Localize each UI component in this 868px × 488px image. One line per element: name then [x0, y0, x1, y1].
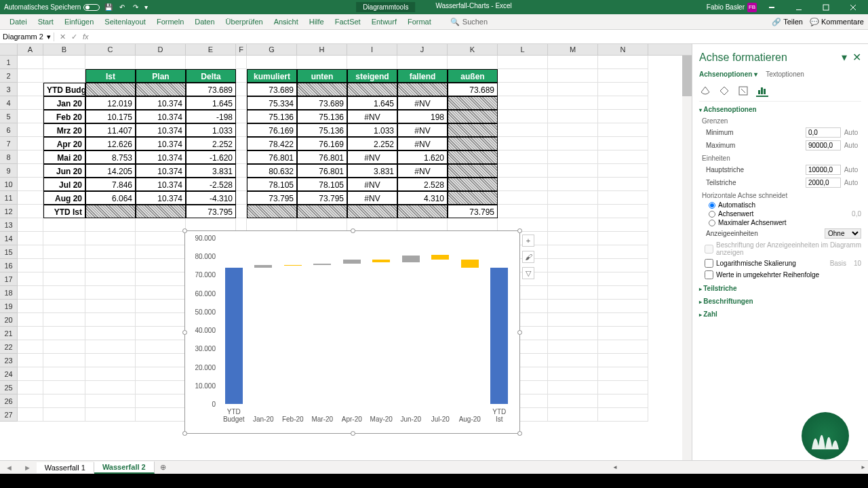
cell[interactable] [85, 272, 136, 286]
enter-icon[interactable]: ✓ [71, 33, 77, 41]
cell[interactable]: Jul 20 [43, 178, 85, 191]
cell[interactable] [448, 137, 498, 150]
cell[interactable] [498, 150, 548, 164]
cell[interactable] [347, 56, 397, 69]
cell[interactable]: 12.019 [85, 96, 136, 110]
cell[interactable]: YTD Budget [43, 83, 85, 96]
cell[interactable] [43, 340, 85, 354]
cell[interactable] [85, 327, 136, 340]
cell[interactable] [548, 408, 598, 422]
cell[interactable] [18, 354, 43, 367]
autosave-toggle[interactable]: Automatisches Speichern [4, 3, 100, 11]
cell[interactable] [498, 69, 548, 83]
cell[interactable] [297, 218, 347, 232]
cell[interactable]: 3.831 [186, 164, 236, 178]
cell[interactable] [297, 205, 347, 218]
cell[interactable] [136, 327, 186, 340]
cell[interactable]: 75.334 [247, 96, 297, 110]
cell[interactable] [136, 381, 186, 394]
row-header-26[interactable]: 26 [0, 394, 18, 408]
cell[interactable] [136, 205, 186, 218]
col-header-B[interactable]: B [43, 44, 85, 55]
cell[interactable] [136, 56, 186, 69]
bar-fallend[interactable] [431, 255, 449, 260]
cell[interactable] [85, 83, 136, 96]
cell[interactable] [297, 83, 347, 96]
cell[interactable] [18, 83, 43, 96]
tab-einfuegen[interactable]: Einfügen [59, 14, 99, 29]
cell[interactable] [548, 354, 598, 367]
tab-entwurf[interactable]: Entwurf [366, 14, 402, 29]
cell[interactable] [186, 56, 236, 69]
tab-daten[interactable]: Daten [189, 14, 220, 29]
cell[interactable] [498, 164, 548, 178]
cell[interactable] [18, 300, 43, 313]
cell[interactable] [598, 218, 648, 232]
chart-styles-icon[interactable]: 🖌 [522, 251, 534, 263]
cell[interactable]: -2.528 [186, 178, 236, 191]
cell[interactable] [498, 110, 548, 123]
cell[interactable] [85, 313, 136, 327]
cell[interactable] [18, 110, 43, 123]
cell[interactable] [448, 178, 498, 191]
cell[interactable]: -4.310 [186, 191, 236, 205]
cell[interactable] [18, 286, 43, 300]
cell[interactable] [598, 300, 648, 313]
cell[interactable]: 73.795 [448, 205, 498, 218]
row-header-15[interactable]: 15 [0, 245, 18, 259]
avatar[interactable]: FB [747, 3, 757, 12]
cell[interactable]: #NV [347, 150, 397, 164]
cell[interactable] [548, 69, 598, 83]
row-header-13[interactable]: 13 [0, 218, 18, 232]
cell[interactable]: 73.689 [448, 83, 498, 96]
cell[interactable] [548, 96, 598, 110]
cell[interactable]: 2.252 [347, 137, 397, 150]
max-input[interactable] [806, 140, 841, 150]
cell[interactable]: Aug 20 [43, 191, 85, 205]
cell[interactable] [598, 191, 648, 205]
cell[interactable]: 73.689 [297, 96, 347, 110]
cell[interactable] [85, 205, 136, 218]
row-header-12[interactable]: 12 [0, 205, 18, 218]
cell[interactable] [247, 218, 297, 232]
cell[interactable] [498, 137, 548, 150]
cell[interactable] [598, 232, 648, 245]
cell[interactable] [548, 191, 598, 205]
cell[interactable] [136, 286, 186, 300]
resize-handle[interactable] [351, 228, 355, 233]
crosses-max-radio[interactable] [709, 220, 715, 226]
cell[interactable] [236, 137, 247, 150]
cell[interactable]: 75.136 [247, 110, 297, 123]
fx-icon[interactable]: fx [83, 33, 89, 41]
maximize-icon[interactable] [814, 0, 838, 14]
cell[interactable]: 10.374 [136, 123, 186, 137]
cell[interactable] [598, 354, 648, 367]
cell[interactable] [136, 259, 186, 272]
cell[interactable] [43, 300, 85, 313]
cell[interactable] [548, 313, 598, 327]
cell[interactable]: #NV [347, 178, 397, 191]
cell[interactable] [598, 83, 648, 96]
cell[interactable] [43, 69, 85, 83]
cell[interactable] [397, 205, 448, 218]
row-header-3[interactable]: 3 [0, 83, 18, 96]
cell[interactable] [598, 327, 648, 340]
cell[interactable]: Plan [136, 69, 186, 83]
row-header-4[interactable]: 4 [0, 96, 18, 110]
cell[interactable] [498, 56, 548, 69]
row-header-22[interactable]: 22 [0, 340, 18, 354]
display-units-select[interactable]: Ohne [825, 228, 861, 239]
cell[interactable]: 1.645 [347, 96, 397, 110]
cell[interactable] [236, 83, 247, 96]
cell[interactable] [43, 232, 85, 245]
sheet-tab-2[interactable]: Wasserfall 2 [94, 462, 155, 474]
cell[interactable]: 10.374 [136, 110, 186, 123]
cell[interactable]: 73.795 [186, 205, 236, 218]
cell[interactable]: unten [297, 69, 347, 83]
cell[interactable] [18, 259, 43, 272]
cell[interactable] [548, 56, 598, 69]
col-header-A[interactable]: A [18, 44, 43, 55]
cell[interactable] [598, 272, 648, 286]
cell[interactable] [85, 232, 136, 245]
cell[interactable]: 73.795 [297, 191, 347, 205]
